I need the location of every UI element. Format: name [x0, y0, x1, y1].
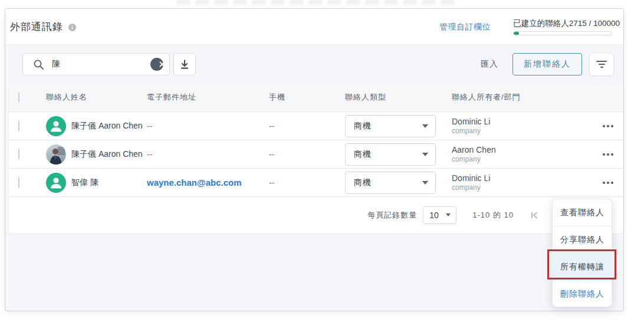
contact-avatar-icon [46, 173, 66, 193]
menu-item-delete-contact[interactable]: 刪除聯絡人 [553, 281, 612, 308]
email-value: -- [147, 121, 152, 131]
contacts-table: 聯絡人姓名 電子郵件地址 手機 聯絡人類型 聯絡人所有者/部門 [9, 83, 623, 233]
contact-avatar-photo [46, 144, 66, 164]
clear-search-icon[interactable] [150, 58, 163, 71]
header-owner-department: 聯絡人所有者/部門 [452, 92, 593, 103]
first-page-button[interactable] [530, 210, 539, 220]
owner-name: Aaron Chen [452, 145, 593, 155]
table-row: 陳子儀 Aaron Chen -- -- 商機 Dominic Li compa… [9, 112, 623, 140]
row-actions-kebab-icon[interactable] [603, 125, 613, 127]
download-button[interactable] [173, 53, 196, 75]
chevron-down-icon [422, 124, 428, 128]
header-mobile: 手機 [269, 92, 345, 103]
contact-avatar-icon [46, 116, 66, 136]
mobile-value: -- [269, 121, 274, 131]
page-title: 外部通訊錄 [10, 20, 63, 34]
table-row: 陳子儀 Aaron Chen -- -- 商機 Aaron Chen compa… [9, 140, 623, 169]
contact-type-select[interactable]: 商機 [345, 172, 436, 194]
per-page-select[interactable]: 10 [423, 206, 456, 224]
email-value: -- [147, 150, 152, 159]
table-header-row: 聯絡人姓名 電子郵件地址 手機 聯絡人類型 聯絡人所有者/部門 [9, 83, 623, 112]
search-input[interactable] [52, 60, 123, 69]
row-actions-kebab-icon[interactable] [603, 153, 613, 156]
title-bar-right: 管理自訂欄位 已建立的聯絡人2715 / 100000 [439, 18, 620, 35]
per-page-label: 每頁記錄數量 [367, 210, 417, 221]
row-actions-kebab-icon[interactable] [603, 182, 613, 184]
owner-name: Dominic Li [452, 173, 593, 183]
search-icon [33, 59, 44, 70]
contact-type-select[interactable]: 商機 [345, 143, 436, 166]
select-all-checkbox[interactable] [18, 93, 19, 103]
filter-icon [596, 61, 607, 62]
header-contact-type: 聯絡人類型 [345, 92, 452, 103]
import-button[interactable]: 匯入 [481, 59, 498, 70]
info-icon[interactable]: i [68, 24, 76, 31]
owner-department: company [452, 183, 593, 192]
external-contacts-panel: 外部通訊錄 i 管理自訂欄位 已建立的聯絡人2715 / 100000 [5, 8, 624, 311]
download-icon [179, 59, 190, 70]
contacts-counter: 已建立的聯絡人2715 / 100000 [513, 18, 620, 35]
toolbar-right: 匯入 新增聯絡人 [481, 52, 614, 76]
owner-department: company [452, 155, 593, 164]
pagination-range: 1-10 的 10 [472, 210, 514, 221]
row-checkbox[interactable] [18, 120, 19, 131]
chevron-down-icon [422, 181, 428, 185]
email-link[interactable]: wayne.chan@abc.com [147, 177, 242, 187]
title-bar: 外部通訊錄 i 管理自訂欄位 已建立的聯絡人2715 / 100000 [5, 9, 623, 45]
header-contact-name: 聯絡人姓名 [46, 92, 147, 103]
chevron-down-icon [422, 153, 428, 156]
row-checkbox[interactable] [18, 177, 19, 188]
owner-name: Dominic Li [452, 117, 593, 127]
pagination-bar: 每頁記錄數量 10 1-10 的 10 [9, 197, 623, 233]
filter-button[interactable] [589, 52, 614, 76]
row-actions-menu: 查看聯絡人 分享聯絡人 所有權轉讓 刪除聯絡人 [552, 199, 612, 307]
chevron-down-icon [446, 213, 451, 216]
menu-item-view-contact[interactable]: 查看聯絡人 [553, 199, 612, 226]
first-page-icon [530, 210, 539, 220]
mobile-value: -- [269, 178, 274, 187]
add-contact-button[interactable]: 新增聯絡人 [512, 53, 582, 75]
background-window-artifact [177, 0, 454, 4]
owner-department: company [452, 127, 593, 136]
contact-name[interactable]: 陳子儀 Aaron Chen [71, 149, 143, 160]
contact-name[interactable]: 智偉 陳 [71, 177, 98, 188]
page: 外部通訊錄 i 管理自訂欄位 已建立的聯絡人2715 / 100000 [0, 0, 644, 329]
contact-type-select[interactable]: 商機 [345, 115, 436, 137]
table-row: 智偉 陳 wayne.chan@abc.com -- 商機 Dominic Li… [9, 169, 623, 197]
contacts-progress-bar [513, 31, 612, 35]
manage-custom-fields-link[interactable]: 管理自訂欄位 [439, 22, 491, 32]
header-email: 電子郵件地址 [147, 92, 269, 103]
mobile-value: -- [269, 150, 274, 159]
contacts-counter-label: 已建立的聯絡人2715 / 100000 [513, 18, 620, 29]
row-checkbox[interactable] [18, 149, 19, 160]
toolbar: 匯入 新增聯絡人 [5, 45, 623, 83]
contacts-progress-fill [514, 32, 519, 35]
contact-name[interactable]: 陳子儀 Aaron Chen [71, 121, 143, 131]
search-box[interactable] [22, 53, 170, 75]
